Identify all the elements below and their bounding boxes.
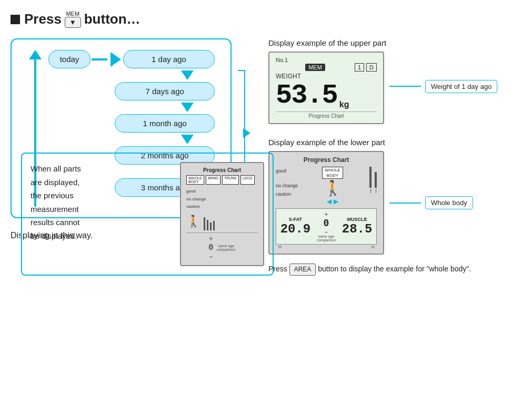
annotation-weight: Weight of 1 day ago [389, 80, 497, 93]
display-lower-bottom: S-FAT 20.9 + 0 – same agecomparison MUSC… [276, 208, 377, 245]
bottom-display-title: Progress Chart [186, 167, 258, 173]
pct-row: % % [276, 245, 377, 249]
d-box: D [366, 63, 377, 72]
arms-badge: ARMS [206, 175, 220, 185]
area-button[interactable]: AREA [289, 264, 316, 276]
tick2 [376, 189, 376, 193]
muscle-label: MUSCLE [340, 217, 374, 222]
down-arrow-2-icon [181, 103, 194, 112]
bottom-box-text: When all parts are displayed, the previo… [31, 162, 169, 242]
lower-display-label: Display example of the lower part [268, 138, 521, 147]
bottom-bar4 [213, 221, 215, 230]
minus-label: – [325, 228, 328, 235]
bottom-bar3 [210, 222, 212, 230]
mem-button[interactable]: MEM ▼ [65, 11, 81, 28]
bottom-line1: When all parts [31, 162, 169, 176]
progress-chart-title: Progress Chart [276, 156, 377, 164]
good-label: good [276, 167, 298, 175]
bracket-arrow-icon [243, 128, 250, 138]
whole-body-badge: WHOLEBODY [322, 167, 343, 179]
muscle-section: MUSCLE 28.5 [340, 217, 374, 236]
pc-bars [369, 167, 377, 193]
black-square-icon [11, 15, 20, 24]
zero-label: 0 [324, 217, 329, 228]
display-1d: 1 D [355, 63, 377, 72]
upper-display: No.1 MEM 1 D WEIGHT 53.5 kg Progr [268, 52, 384, 124]
bottom-no-change: no change [186, 196, 258, 203]
pc-labels: good no change caution [276, 167, 298, 199]
display-progress-label: Progress Chart [276, 112, 377, 119]
pc-arrows-row: ◀ ▶ [327, 198, 338, 205]
same-age-label: same agecomparison [317, 235, 336, 242]
tick1 [370, 189, 371, 193]
body-figure-icon: 🚶 [324, 181, 342, 196]
caution-label: caution [276, 190, 298, 198]
bottom-good: good [186, 188, 258, 195]
button-suffix: button… [84, 11, 140, 27]
whole-body-badge-bottom: WHOLEBODY [186, 175, 204, 185]
no-change-label: no change [276, 181, 298, 190]
today-row: today 1 day ago [48, 50, 215, 68]
day7-box: 7 days ago [115, 82, 215, 100]
bar2 [375, 172, 377, 193]
arrow-left-icon: ◀ [327, 198, 332, 205]
month1-label: 1 month ago [143, 119, 187, 128]
annotation-box-1: Weight of 1 day ago [425, 80, 497, 93]
pct-right: % [371, 245, 375, 249]
legs-badge: LEGS [240, 175, 255, 185]
progress-chart-body: good no change caution WHOLEBODY 🚶 ◀ ▶ [276, 167, 377, 205]
display-kg: kg [339, 100, 349, 109]
bottom-bar1 [204, 217, 205, 230]
annotation-line-2 [389, 202, 421, 204]
down-arrow-3-icon [181, 135, 194, 144]
trunk-badge: TRUNK [222, 175, 239, 185]
bottom-bar2 [207, 220, 208, 230]
area-section: Press AREA button to display the example… [268, 263, 521, 276]
bottom-pc-labels: good no change caution [186, 188, 258, 210]
annotation-whole-body: Whole body [389, 196, 473, 209]
bar1 [369, 167, 372, 193]
day7-item: 7 days ago [48, 82, 215, 100]
num-box: 1 [355, 63, 364, 72]
bar2-shape [375, 172, 377, 188]
down-arrow-1-icon [181, 70, 194, 80]
day1-label: 1 day ago [152, 55, 186, 64]
right-arrow-icon [111, 52, 121, 67]
annotation-line-1 [389, 86, 421, 87]
bottom-same-age: same agecomparison [217, 244, 236, 251]
upper-display-label: Display example of the upper part [268, 38, 521, 47]
sfat-num: 20.9 [278, 222, 313, 236]
arrow-right-icon: ▶ [334, 198, 338, 205]
button-arrow-icon: ▼ [69, 18, 76, 26]
bottom-line3: the previous [31, 189, 169, 202]
bottom-box: When all parts are displayed, the previo… [21, 153, 274, 276]
muscle-num: 28.5 [340, 222, 374, 236]
center-section: + 0 – same agecomparison [317, 211, 336, 242]
display-mem-row: MEM 1 D [276, 63, 377, 72]
today-box: today [48, 50, 91, 68]
bar1-shape [369, 167, 372, 188]
press-label: Press [24, 11, 62, 27]
bottom-line4: measurement [31, 202, 169, 216]
back-arrow-up-icon [29, 50, 42, 59]
header-text: Press MEM ▼ button… [24, 11, 140, 28]
month1-item: 1 month ago [48, 114, 215, 133]
whole-body-text: WHOLEBODY [325, 168, 340, 178]
display-big-number: 53.5 [276, 82, 337, 109]
bottom-plus: + [209, 235, 213, 243]
month1-box: 1 month ago [115, 114, 215, 133]
display-no: No.1 [276, 57, 377, 63]
bottom-body-figure-icon: 🚶 [186, 215, 200, 228]
pc-figure-area: WHOLEBODY 🚶 ◀ ▶ [300, 167, 365, 205]
plus-label: + [325, 211, 328, 217]
day7-label: 7 days ago [146, 87, 184, 96]
down-arrow-3 [48, 135, 215, 144]
annotation-box-2: Whole body [425, 196, 473, 209]
bottom-line5: results cannot [31, 216, 169, 229]
area-text: button to display the example for "whole… [318, 265, 471, 273]
down-arrow-1 [48, 70, 215, 80]
page-header: Press MEM ▼ button… [11, 11, 521, 28]
sfat-section: S-FAT 20.9 [278, 217, 313, 236]
lower-display: Progress Chart good no change caution WH… [268, 151, 384, 255]
bottom-bottom-row: + 0 – same agecomparison [186, 232, 258, 261]
